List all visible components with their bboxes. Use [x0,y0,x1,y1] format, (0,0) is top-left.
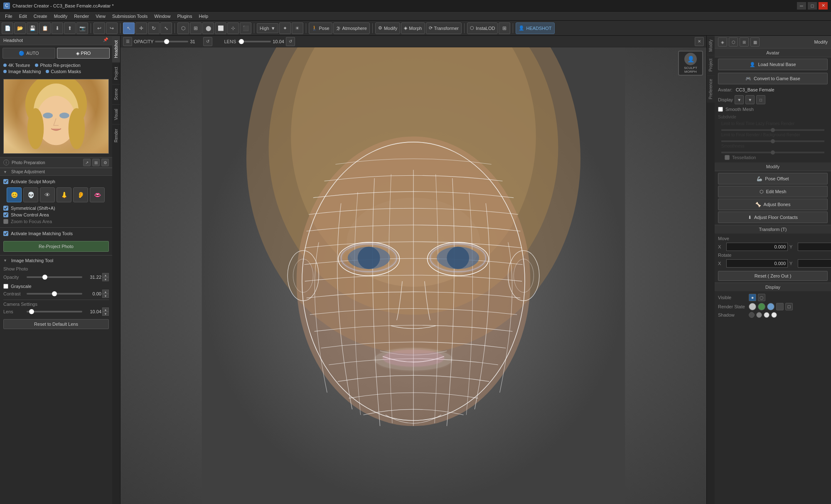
skull-tool-btn[interactable]: 💀 [23,187,38,202]
rotate-tool[interactable]: ↻ [148,22,160,34]
import-button[interactable]: ⬇ [52,22,63,34]
menu-render[interactable]: Render [71,12,92,21]
display-btn-2[interactable]: ▼ [745,95,755,104]
contrast-down[interactable]: ▼ [102,294,109,298]
save-button[interactable]: 💾 [27,22,38,34]
pin-icon[interactable]: 📌 [103,37,109,43]
opacity-down[interactable]: ▼ [102,277,109,281]
opacity-up[interactable]: ▲ [102,273,109,277]
rotate-x-input[interactable]: 0.000 [726,259,788,268]
transformer-group[interactable]: ⟳ Transformer [426,22,462,34]
sun-button[interactable]: ☀ [292,22,303,34]
display-btn-1[interactable]: ▼ [735,95,744,104]
vp-opacity-slider[interactable] [155,41,188,42]
ear-tool-btn[interactable]: 👂 [73,187,88,202]
export-button[interactable]: ⬆ [64,22,76,34]
smooth-mesh-checkbox[interactable] [718,107,723,112]
save-as-button[interactable]: 📋 [39,22,51,34]
adjust-bones-btn[interactable]: 🦴 Adjust Bones [718,199,828,210]
undo-button[interactable]: ↩ [93,22,105,34]
menu-submission-tools[interactable]: Submission Tools [109,12,151,21]
close-button[interactable]: ✕ [819,2,828,10]
opacity-slider[interactable] [27,276,82,278]
load-neutral-btn[interactable]: 👤 Load Neutral Base [718,59,828,70]
tessellation-checkbox[interactable] [725,155,730,160]
right-icon-3[interactable]: ⊞ [740,37,749,47]
right-icon-2[interactable]: ⬡ [729,37,738,47]
menu-create[interactable]: Create [30,12,51,21]
atmosphere-group[interactable]: 🌫 Atmosphere [333,22,370,34]
view-btn-2[interactable]: ⊞ [190,22,202,34]
lens-slider[interactable] [27,311,82,312]
pro-btn[interactable]: ◈ PRO [57,48,110,59]
lens-down[interactable]: ▼ [102,312,109,316]
visible-btn-1[interactable]: ● [749,294,756,301]
pose-offset-btn[interactable]: 🦾 Pose Offset [718,173,828,184]
view-btn-6[interactable]: ⬛ [240,22,251,34]
eye-tool-btn[interactable]: 👁 [40,187,55,202]
view-btn-5[interactable]: ⊹ [227,22,239,34]
menu-modify[interactable]: Modify [51,12,71,21]
display-btn-3[interactable]: □ [756,95,765,104]
face-tool-btn[interactable]: 😊 [7,187,22,202]
right-project-tab[interactable]: Project [707,55,715,75]
view-btn-3[interactable]: ⬤ [202,22,214,34]
rotate-y-input[interactable]: 0.000 [798,259,831,268]
lighting-button[interactable]: ✦ [279,22,291,34]
render-btn-1[interactable] [749,303,756,310]
lens-up[interactable]: ▲ [102,307,109,312]
activate-sculpt-checkbox[interactable] [3,179,8,184]
move-tool[interactable]: ✛ [135,22,147,34]
vp-close-btn[interactable]: ✕ [695,37,704,46]
move-x-input[interactable]: 0.000 [726,243,788,251]
right-preference-tab[interactable]: Preference [707,75,715,103]
subdivide-slider-3[interactable] [721,152,824,153]
symmetrical-checkbox[interactable] [3,206,8,211]
render-btn-2[interactable] [758,303,765,310]
right-modify-tab[interactable]: Modify [707,36,715,55]
right-icon-1[interactable]: ◈ [718,37,727,47]
headshot-group[interactable]: 👤 HEADSHOT [516,22,554,34]
visual-tab[interactable]: Visual [112,104,120,124]
visible-btn-2[interactable]: ◌ [758,294,765,301]
convert-game-btn[interactable]: 🎮 Convert to Game Base [718,73,828,84]
adjust-floor-btn[interactable]: ⬇ Adjust Floor Contacts [718,211,828,223]
shadow-btn-3[interactable] [764,312,770,318]
edit-mesh-btn[interactable]: ⬡ Edit Mesh [718,186,828,197]
project-tab[interactable]: Project [112,62,120,84]
scale-tool[interactable]: ⤡ [160,22,172,34]
vp-lens-slider[interactable] [238,41,271,42]
render-btn-4[interactable] [776,303,784,310]
morph-group[interactable]: ◈ Morph [401,22,425,34]
reset-zero-btn[interactable]: Reset ( Zero Out ) [718,271,828,281]
minimize-button[interactable]: ─ [797,2,806,10]
quality-dropdown[interactable]: High ▼ [257,23,278,33]
activate-image-checkbox[interactable] [3,231,8,236]
instalod-group[interactable]: ⬡ InstaLOD [467,22,498,34]
vp-lens-reset-btn[interactable]: ↺ [286,37,295,46]
scene-tab[interactable]: Scene [112,84,120,104]
move-y-input[interactable]: 0.000 [798,243,831,251]
subdivide-slider-2[interactable] [721,140,824,142]
shadow-btn-1[interactable] [749,312,755,318]
screenshot-button[interactable]: 📷 [76,22,88,34]
viewport-canvas[interactable]: 👤 SCULPTMORPH [120,47,706,504]
reproject-btn[interactable]: Re-Project Photo [3,241,109,252]
sculpt-morph-btn[interactable]: 👤 SCULPTMORPH [678,51,703,76]
right-icon-4[interactable]: ▦ [750,37,760,47]
show-control-checkbox[interactable] [3,212,8,217]
menu-help[interactable]: Help [195,12,211,21]
shadow-btn-4[interactable] [771,312,777,318]
auto-btn[interactable]: 🔵 AUTO [2,48,55,59]
settings-icon[interactable]: ⚙ [101,159,109,166]
new-button[interactable]: 📄 [2,22,13,34]
headshot-tab[interactable]: Headshot [112,36,120,62]
contrast-up[interactable]: ▲ [102,290,109,294]
view-btn-1[interactable]: ⬡ [177,22,189,34]
render-btn-3[interactable] [767,303,774,310]
select-tool[interactable]: ↖ [123,22,135,34]
nose-tool-btn[interactable]: 👃 [57,187,71,202]
render-tab[interactable]: Render [112,124,120,147]
instalod-extra[interactable]: ⊞ [499,22,510,34]
vp-refresh-btn[interactable]: ↺ [203,37,212,46]
